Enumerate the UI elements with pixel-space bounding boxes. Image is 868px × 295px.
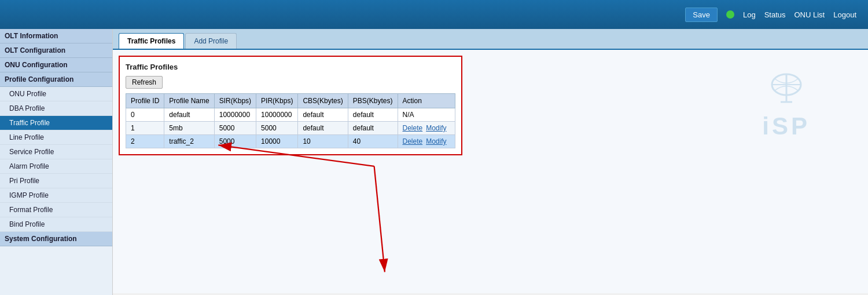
col-sir: SIR(Kbps) — [214, 94, 256, 108]
cell-action: DeleteModify — [398, 135, 455, 148]
sidebar-item-pri-profile[interactable]: Pri Profile — [0, 174, 112, 188]
cell-1: default — [164, 108, 214, 122]
cell-2: 5000 — [214, 135, 256, 148]
isp-watermark: iSP — [762, 73, 810, 140]
sidebar-item-alarm-profile[interactable]: Alarm Profile — [0, 159, 112, 174]
main-content: Traffic Profiles Add Profile Traffic Pro… — [113, 29, 868, 293]
sidebar-item-traffic-profile[interactable]: Traffic Profile — [0, 116, 112, 130]
col-cbs: CBS(Kbytes) — [298, 94, 348, 108]
table-row: 15mb50005000defaultdefaultDeleteModify — [126, 122, 455, 135]
table-row: 2traffic_25000100001040DeleteModify — [126, 135, 455, 148]
sidebar-item-onu-profile[interactable]: ONU Profile — [0, 87, 112, 101]
cell-1: 5mb — [164, 122, 214, 135]
onu-list-link[interactable]: ONU List — [795, 10, 825, 19]
sidebar-section-profile-config[interactable]: Profile Configuration — [0, 72, 112, 87]
tab-traffic-profiles[interactable]: Traffic Profiles — [119, 33, 184, 49]
cell-1: traffic_2 — [164, 135, 214, 148]
sidebar: V·SOL OLT Information OLT Configuration … — [0, 0, 113, 295]
sidebar-section-olt-info[interactable]: OLT Information — [0, 29, 112, 43]
logout-link[interactable]: Logout — [833, 10, 856, 19]
cell-3: 10000000 — [256, 108, 298, 122]
col-action: Action — [398, 94, 455, 108]
traffic-profiles-panel: Traffic Profiles Refresh Profile ID Prof… — [119, 56, 462, 155]
status-link[interactable]: Status — [764, 10, 786, 19]
tab-add-profile[interactable]: Add Profile — [185, 33, 237, 49]
svg-line-3 — [374, 166, 385, 272]
refresh-button[interactable]: Refresh — [126, 76, 163, 89]
col-profile-id: Profile ID — [126, 94, 164, 108]
sidebar-section-onu-config[interactable]: ONU Configuration — [0, 58, 112, 72]
cell-2: 10000000 — [214, 108, 256, 122]
tab-bar: Traffic Profiles Add Profile — [113, 29, 868, 50]
cell-3: 10000 — [256, 135, 298, 148]
sidebar-item-format-profile[interactable]: Format Profile — [0, 203, 112, 217]
cell-4: default — [298, 122, 348, 135]
cell-0: 2 — [126, 135, 164, 148]
header-right: Save Log Status ONU List Logout — [685, 8, 856, 22]
cell-3: 5000 — [256, 122, 298, 135]
cell-0: 1 — [126, 122, 164, 135]
sidebar-section-olt-config[interactable]: OLT Configuration — [0, 43, 112, 58]
cell-action: N/A — [398, 108, 455, 122]
sidebar-item-service-profile[interactable]: Service Profile — [0, 145, 112, 159]
modify-link[interactable]: Modify — [426, 137, 446, 145]
cell-action: DeleteModify — [398, 122, 455, 135]
col-pir: PIR(Kbps) — [256, 94, 298, 108]
cell-0: 0 — [126, 108, 164, 122]
sidebar-item-line-profile[interactable]: Line Profile — [0, 130, 112, 145]
cell-5: 40 — [348, 135, 398, 148]
cell-5: default — [348, 122, 398, 135]
panel-title: Traffic Profiles — [126, 63, 455, 71]
delete-link[interactable]: Delete — [403, 124, 423, 132]
sidebar-item-igmp-profile[interactable]: IGMP Profile — [0, 188, 112, 203]
cell-2: 5000 — [214, 122, 256, 135]
header: Save Log Status ONU List Logout — [0, 0, 868, 29]
cell-5: default — [348, 108, 398, 122]
table-body: 0default1000000010000000defaultdefaultN/… — [126, 108, 455, 148]
connection-status-dot — [726, 10, 734, 19]
content-area: Traffic Profiles Refresh Profile ID Prof… — [113, 50, 868, 293]
sidebar-item-bind-profile[interactable]: Bind Profile — [0, 217, 112, 232]
col-pbs: PBS(Kbytes) — [348, 94, 398, 108]
col-profile-name: Profile Name — [164, 94, 214, 108]
log-link[interactable]: Log — [743, 10, 756, 19]
traffic-profiles-table: Profile ID Profile Name SIR(Kbps) PIR(Kb… — [126, 93, 455, 148]
cell-4: 10 — [298, 135, 348, 148]
table-header-row: Profile ID Profile Name SIR(Kbps) PIR(Kb… — [126, 94, 455, 108]
cell-4: default — [298, 108, 348, 122]
sidebar-item-dba-profile[interactable]: DBA Profile — [0, 101, 112, 116]
delete-link[interactable]: Delete — [403, 137, 423, 145]
modify-link[interactable]: Modify — [426, 124, 446, 132]
save-button[interactable]: Save — [685, 8, 718, 22]
sidebar-section-system-config[interactable]: System Configuration — [0, 232, 112, 246]
table-row: 0default1000000010000000defaultdefaultN/… — [126, 108, 455, 122]
